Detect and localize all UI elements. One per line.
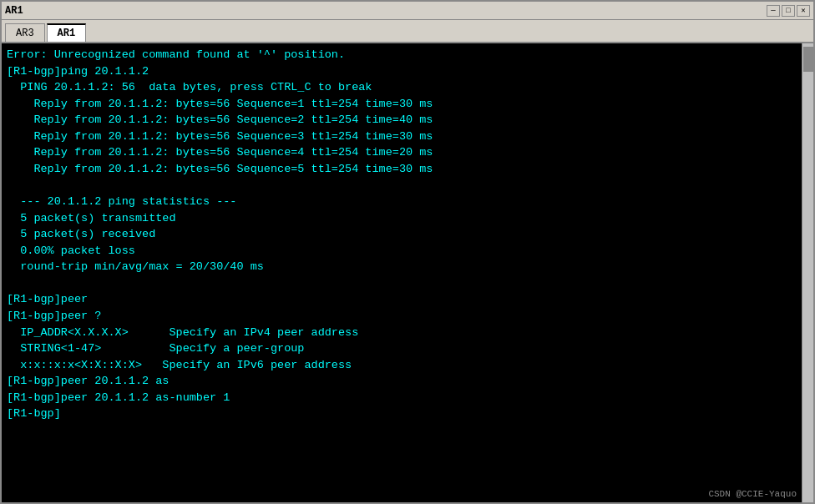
terminal-line: --- 20.1.1.2 ping statistics --- [7,194,808,210]
terminal-line: [R1-bgp]peer [7,291,808,308]
terminal-line: [R1-bgp]peer ? [7,308,808,325]
terminal-line: PING 20.1.1.2: 56 data bytes, press CTRL… [7,79,808,96]
window-controls: ─ □ ✕ [767,5,810,17]
terminal-line: round-trip min/avg/max = 20/30/40 ms [7,259,808,275]
terminal-line: x:x::x:x<X:X::X:X> Specify an IPv6 peer … [7,357,808,374]
terminal-line: 5 packet(s) transmitted [7,210,808,227]
terminal-line: [R1-bgp]peer 20.1.1.2 as [7,373,808,390]
window-title: AR1 [5,5,23,17]
terminal-line [7,275,808,292]
terminal-line: [R1-bgp] [7,406,808,422]
close-button[interactable]: ✕ [797,5,810,17]
title-bar: AR1 ─ □ ✕ [2,2,813,20]
terminal-line: Reply from 20.1.1.2: bytes=56 Sequence=1… [7,96,808,113]
terminal-line: 0.00% packet loss [7,243,808,260]
tab-ar3[interactable]: AR3 [5,23,45,42]
terminal-line: Reply from 20.1.1.2: bytes=56 Sequence=2… [7,112,808,129]
terminal-line: [R1-bgp]peer 20.1.1.2 as-number 1 [7,390,808,406]
terminal-line: Error: Unrecognized command found at '^'… [7,47,808,63]
terminal-line: Reply from 20.1.1.2: bytes=56 Sequence=4… [7,144,808,161]
minimize-button[interactable]: ─ [767,5,780,17]
terminal-line: [R1-bgp]ping 20.1.1.2 [7,63,808,80]
terminal-line: Reply from 20.1.1.2: bytes=56 Sequence=3… [7,129,808,145]
tab-ar1[interactable]: AR1 [47,23,87,42]
watermark: CSDN @CCIE-Yaquo [708,489,797,499]
terminal-line: IP_ADDR<X.X.X.X> Specify an IPv4 peer ad… [7,325,808,341]
tab-bar: AR3 AR1 [2,20,813,43]
terminal-line: 5 packet(s) received [7,226,808,243]
scrollbar[interactable] [802,43,813,502]
terminal-area[interactable]: Error: Unrecognized command found at '^'… [2,43,813,502]
terminal-line: Reply from 20.1.1.2: bytes=56 Sequence=5… [7,161,808,178]
maximize-button[interactable]: □ [782,5,795,17]
terminal-line [7,178,808,194]
terminal-line: STRING<1-47> Specify a peer-group [7,340,808,357]
scrollbar-thumb[interactable] [803,47,813,72]
main-window: AR1 ─ □ ✕ AR3 AR1 Error: Unrecognized co… [0,0,815,504]
